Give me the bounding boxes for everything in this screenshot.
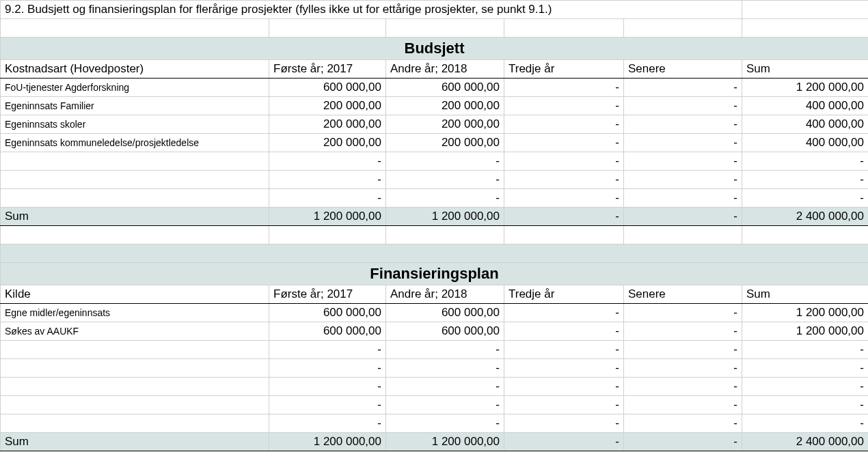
finans-data-row: Søkes av AAUKF 600 000,00 600 000,00 - -… xyxy=(1,322,869,341)
row-value: - xyxy=(504,97,624,115)
row-value: - xyxy=(386,341,504,359)
budsjett-title: Budsjett xyxy=(1,38,869,60)
budsjett-data-row: Egeninnsats Familier 200 000,00 200 000,… xyxy=(1,97,869,115)
row-value: - xyxy=(386,359,504,378)
row-label: Egne midler/egeninnsats xyxy=(1,304,269,322)
row-value: - xyxy=(624,171,742,189)
row-value: - xyxy=(624,97,742,115)
row-value: - xyxy=(386,396,504,414)
budsjett-title-row: Budsjett xyxy=(1,38,869,60)
row-value: - xyxy=(386,189,504,208)
row-value: - xyxy=(386,171,504,189)
top-header-text: 9.2. Budsjett og finansieringsplan for f… xyxy=(1,1,742,19)
row-value: - xyxy=(269,152,386,171)
row-value: - xyxy=(624,152,742,171)
row-value: - xyxy=(742,171,869,189)
sum-label: Sum xyxy=(1,208,269,226)
sum-label: Sum xyxy=(1,433,269,451)
spreadsheet-table: 9.2. Budsjett og finansieringsplan for f… xyxy=(0,0,868,451)
row-value: - xyxy=(624,189,742,208)
row-value: 1 200 000,00 xyxy=(742,79,869,97)
sum-value: - xyxy=(624,433,742,451)
row-value: - xyxy=(624,341,742,359)
finans-data-row: - - - - - xyxy=(1,396,869,414)
top-header-row: 9.2. Budsjett og finansieringsplan for f… xyxy=(1,1,869,19)
finans-sum-row: Sum 1 200 000,00 1 200 000,00 - - 2 400 … xyxy=(1,433,869,451)
spacer-row xyxy=(1,19,869,38)
finans-header-5: Sum xyxy=(742,285,869,304)
row-value: - xyxy=(742,414,869,433)
row-value: 400 000,00 xyxy=(742,97,869,115)
budsjett-header-row: Kostnadsart (Hovedposter) Første år; 201… xyxy=(1,60,869,79)
finans-header-0: Kilde xyxy=(1,285,269,304)
row-value: - xyxy=(504,378,624,396)
budsjett-data-row: FoU-tjenester Agderforskning 600 000,00 … xyxy=(1,79,869,97)
row-label xyxy=(1,189,269,208)
budsjett-data-row: Egeninnsats kommuneledelse/prosjektledel… xyxy=(1,134,869,152)
budsjett-header-4: Senere xyxy=(624,60,742,79)
row-value: - xyxy=(742,341,869,359)
row-label xyxy=(1,378,269,396)
budsjett-data-row: - - - - - xyxy=(1,152,869,171)
row-value: 600 000,00 xyxy=(386,79,504,97)
row-label: Egeninnsats Familier xyxy=(1,97,269,115)
row-value: 400 000,00 xyxy=(742,115,869,134)
row-value: 600 000,00 xyxy=(269,322,386,341)
row-value: - xyxy=(624,304,742,322)
budsjett-data-row: - - - - - xyxy=(1,171,869,189)
row-value: - xyxy=(624,134,742,152)
sum-value: 2 400 000,00 xyxy=(742,433,869,451)
row-value: - xyxy=(504,359,624,378)
row-value: - xyxy=(504,171,624,189)
row-label: Egeninnsats kommuneledelse/prosjektledel… xyxy=(1,134,269,152)
row-value: - xyxy=(742,359,869,378)
row-value: - xyxy=(504,134,624,152)
row-value: - xyxy=(269,189,386,208)
budsjett-data-row: Egeninnsats skoler 200 000,00 200 000,00… xyxy=(1,115,869,134)
row-value: - xyxy=(504,152,624,171)
row-value: - xyxy=(742,152,869,171)
finans-data-row: - - - - - xyxy=(1,341,869,359)
finans-header-4: Senere xyxy=(624,285,742,304)
finans-data-row: - - - - - xyxy=(1,378,869,396)
budsjett-header-2: Andre år; 2018 xyxy=(386,60,504,79)
row-value: - xyxy=(269,396,386,414)
finans-header-row: Kilde Første år; 2017 Andre år; 2018 Tre… xyxy=(1,285,869,304)
row-value: - xyxy=(269,341,386,359)
row-value: - xyxy=(504,189,624,208)
row-value: - xyxy=(624,414,742,433)
row-label xyxy=(1,396,269,414)
row-value: 600 000,00 xyxy=(269,304,386,322)
finans-title-row: Finansieringsplan xyxy=(1,263,869,285)
row-value: 600 000,00 xyxy=(386,304,504,322)
row-value: - xyxy=(504,115,624,134)
row-label: FoU-tjenester Agderforskning xyxy=(1,79,269,97)
row-value: - xyxy=(504,304,624,322)
budsjett-sum-row: Sum 1 200 000,00 1 200 000,00 - - 2 400 … xyxy=(1,208,869,226)
spacer-shaded-row xyxy=(1,244,869,263)
spacer-row xyxy=(1,226,869,244)
row-value: 200 000,00 xyxy=(269,97,386,115)
row-value: - xyxy=(269,378,386,396)
row-value: - xyxy=(624,322,742,341)
sum-value: - xyxy=(624,208,742,226)
budsjett-header-0: Kostnadsart (Hovedposter) xyxy=(1,60,269,79)
row-value: - xyxy=(742,378,869,396)
row-value: - xyxy=(269,171,386,189)
finans-data-row: - - - - - xyxy=(1,359,869,378)
finans-title: Finansieringsplan xyxy=(1,263,869,285)
top-header-empty xyxy=(742,1,869,19)
row-value: 400 000,00 xyxy=(742,134,869,152)
row-label xyxy=(1,414,269,433)
row-value: - xyxy=(504,341,624,359)
row-value: - xyxy=(624,115,742,134)
row-value: - xyxy=(504,396,624,414)
budsjett-header-3: Tredje år xyxy=(504,60,624,79)
row-value: - xyxy=(386,152,504,171)
finans-header-3: Tredje år xyxy=(504,285,624,304)
row-value: - xyxy=(504,322,624,341)
row-value: 600 000,00 xyxy=(269,79,386,97)
row-value: 200 000,00 xyxy=(386,97,504,115)
row-value: 200 000,00 xyxy=(269,134,386,152)
row-value: - xyxy=(742,189,869,208)
